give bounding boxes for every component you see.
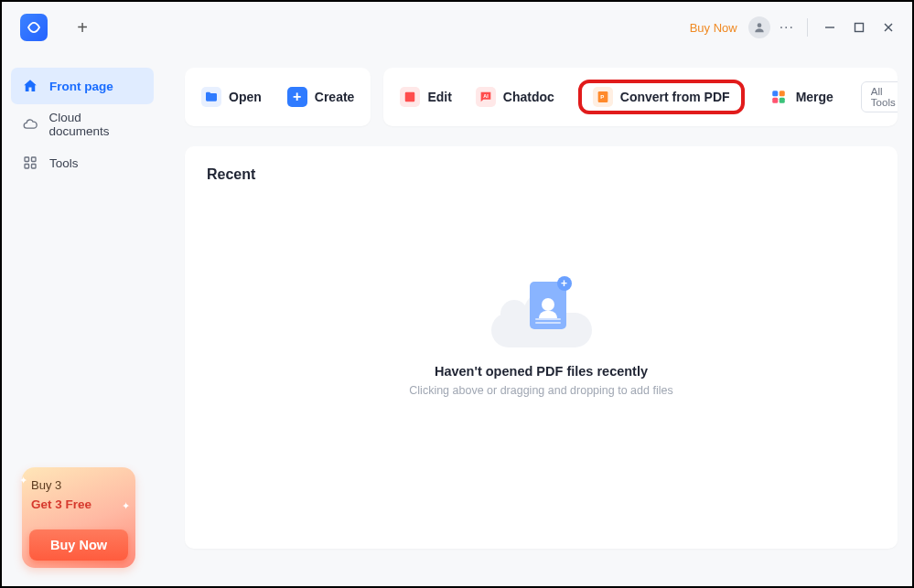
svg-rect-14 xyxy=(772,98,778,103)
recent-panel: Recent Haven't opened PDF files recently… xyxy=(185,146,898,549)
svg-text:P: P xyxy=(600,94,604,100)
buy-now-link[interactable]: Buy Now xyxy=(690,21,737,35)
sidebar-item-front-page[interactable]: Front page xyxy=(11,68,154,104)
svg-text:AI: AI xyxy=(483,93,489,99)
empty-subtitle: Clicking above or dragging and dropping … xyxy=(409,384,672,397)
titlebar-divider xyxy=(807,18,808,37)
sidebar-item-label: Front page xyxy=(49,80,113,93)
promo-buy-now-button[interactable]: Buy Now xyxy=(29,529,128,561)
action-label: Convert from PDF xyxy=(620,90,730,104)
grid-icon xyxy=(22,155,38,171)
toolbar-card-tools: Edit AI Chatdoc P Convert from PDF Merge… xyxy=(383,68,898,126)
svg-rect-12 xyxy=(772,91,778,96)
convert-from-pdf-button[interactable]: P Convert from PDF xyxy=(578,80,745,114)
toolbar-card-primary: Open + Create xyxy=(185,68,371,126)
cloud-icon xyxy=(22,116,38,133)
more-menu[interactable]: ··· xyxy=(780,19,794,36)
promo-line2: Get 3 Free xyxy=(31,497,126,511)
action-label: Chatdoc xyxy=(503,90,554,104)
sparkle-icon: ✦ xyxy=(122,500,130,512)
sparkle-icon: ✦ xyxy=(19,475,27,486)
promo-line1: Buy 3 xyxy=(31,478,126,492)
chatdoc-button[interactable]: AI Chatdoc xyxy=(476,87,554,107)
minimize-button[interactable] xyxy=(815,15,844,40)
plus-icon: + xyxy=(287,87,307,107)
merge-icon xyxy=(769,87,789,107)
chat-icon: AI xyxy=(476,87,496,107)
all-tools-button[interactable]: All Tools xyxy=(861,81,898,112)
svg-point-0 xyxy=(757,23,761,27)
action-label: Edit xyxy=(427,90,451,104)
sidebar-item-label: Cloud documents xyxy=(49,111,143,138)
new-tab-button[interactable]: + xyxy=(70,15,95,40)
svg-rect-2 xyxy=(855,24,864,32)
sidebar-item-label: Tools xyxy=(49,156,79,170)
svg-rect-13 xyxy=(779,91,784,96)
svg-rect-5 xyxy=(25,157,29,162)
promo-card: ✦ ✦ Buy 3 Get 3 Free Buy Now xyxy=(22,467,135,568)
action-label: Merge xyxy=(796,90,833,104)
action-label: Open xyxy=(229,90,262,104)
maximize-button[interactable] xyxy=(844,15,874,40)
empty-title: Haven't opened PDF files recently xyxy=(435,364,648,379)
svg-rect-15 xyxy=(779,98,784,103)
svg-rect-8 xyxy=(32,165,37,169)
svg-rect-6 xyxy=(32,157,37,162)
close-button[interactable] xyxy=(874,15,903,40)
merge-button[interactable]: Merge xyxy=(769,87,833,107)
account-avatar[interactable] xyxy=(748,16,770,38)
edit-icon xyxy=(400,87,420,107)
create-button[interactable]: + Create xyxy=(287,87,355,107)
open-button[interactable]: Open xyxy=(201,87,262,107)
app-logo[interactable] xyxy=(20,14,48,41)
empty-illustration xyxy=(491,283,592,347)
action-label: Create xyxy=(315,90,355,104)
empty-state: Haven't opened PDF files recently Clicki… xyxy=(207,283,876,397)
sidebar-item-cloud-documents[interactable]: Cloud documents xyxy=(11,106,154,143)
folder-icon xyxy=(201,87,221,107)
recent-title: Recent xyxy=(207,166,876,183)
svg-rect-7 xyxy=(25,165,29,169)
home-icon xyxy=(22,78,38,94)
convert-icon: P xyxy=(593,87,613,107)
edit-button[interactable]: Edit xyxy=(400,87,451,107)
sidebar-item-tools[interactable]: Tools xyxy=(11,144,154,181)
